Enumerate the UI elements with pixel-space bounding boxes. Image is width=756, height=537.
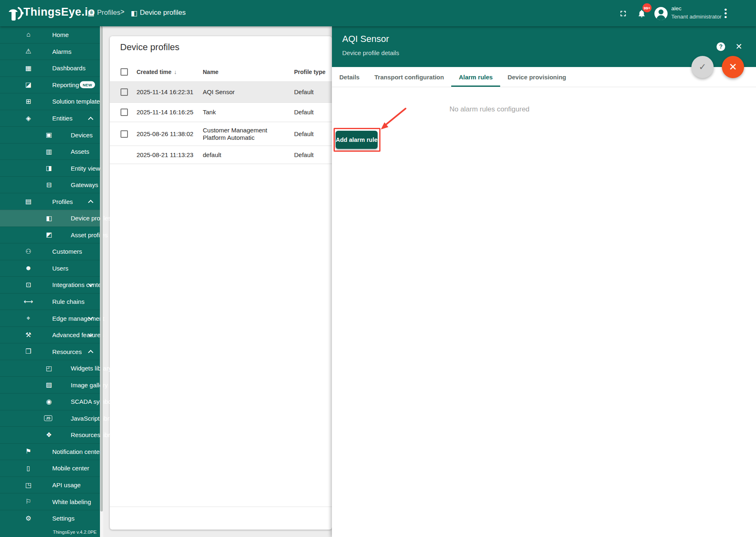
gateways-icon: ⊟: [44, 182, 54, 188]
sidebar-item-dashboards[interactable]: ▦Dashboards: [0, 60, 100, 76]
sidebar-item-rule-chains[interactable]: ⟷Rule chains: [0, 293, 100, 310]
profiles-icon: ▤: [23, 198, 33, 205]
chevron-up-icon: [88, 200, 93, 205]
chevron-up-icon: [88, 116, 93, 122]
close-icon: ✕: [729, 61, 737, 73]
device-profiles-card: Device profiles Created time↓ Name Profi…: [110, 36, 332, 530]
sidebar-item-api-usage[interactable]: ◳API usage: [0, 477, 100, 493]
sidebar-item-mobile-center[interactable]: ▯Mobile center: [0, 460, 100, 477]
kebab-menu-icon[interactable]: •••: [721, 8, 730, 19]
cell-name: Customer Management Platform Automatic: [203, 127, 294, 141]
users-icon: ☻: [23, 265, 33, 271]
sidebar-item-home[interactable]: ⌂Home: [0, 26, 100, 43]
discard-changes-fab[interactable]: ✕: [722, 56, 744, 78]
device-profile-details-panel: AQI Sensor Device profile details ? ✕ ✓ …: [332, 26, 756, 537]
sidebar-item-notification-center[interactable]: ⚑Notification center: [0, 443, 100, 460]
sidebar-item-resources[interactable]: ❒Resources: [0, 343, 100, 360]
sidebar-item-entities[interactable]: ◈Entities: [0, 110, 100, 127]
devices-icon: ▣: [44, 132, 54, 138]
fullscreen-icon[interactable]: [619, 9, 628, 18]
sidebar-item-devices[interactable]: ▣Devices: [0, 126, 100, 143]
advanced-features-icon: ⚒: [23, 332, 33, 338]
sidebar-item-users[interactable]: ☻Users: [0, 260, 100, 277]
table-header-row: Created time↓ Name Profile type: [110, 62, 332, 82]
device-profiles-breadcrumb-icon: ◧: [131, 9, 137, 18]
assets-icon: ▥: [44, 148, 54, 155]
sidebar-item-white-labeling[interactable]: ⚐White labeling: [0, 493, 100, 510]
panel-subtitle: Device profile details: [342, 49, 399, 56]
sidebar-item-profiles[interactable]: ▤Profiles: [0, 193, 100, 210]
integrations-icon: ⊡: [23, 282, 33, 288]
sidebar-item-reporting[interactable]: ◪ReportingNEW: [0, 76, 100, 93]
table-row[interactable]: 2025-11-14 16:16:25 Tank Default: [110, 103, 332, 122]
row-checkbox[interactable]: [121, 109, 128, 116]
resources-library-icon: ❖: [44, 432, 54, 438]
sidebar-item-entity-views[interactable]: ◨Entity views: [0, 160, 100, 176]
resources-icon: ❒: [23, 348, 33, 355]
row-checkbox[interactable]: [121, 88, 128, 96]
sidebar-item-edge-management[interactable]: ⌖Edge management: [0, 310, 100, 326]
device-profiles-icon: ◧: [44, 215, 54, 222]
notification-count-badge: 99+: [642, 3, 652, 12]
edge-management-icon: ⌖: [23, 315, 33, 322]
widgets-library-icon: ◰: [44, 365, 54, 372]
sidebar-item-device-profiles[interactable]: ◧Device profiles: [0, 210, 100, 227]
sidebar-item-image-gallery[interactable]: ▨Image gallery: [0, 376, 100, 393]
entity-views-icon: ◨: [44, 165, 54, 171]
app-logo[interactable]: [4, 3, 25, 23]
close-icon[interactable]: ✕: [735, 41, 742, 52]
app-version: ThingsEye v.4.2.0PE: [53, 530, 97, 535]
column-header-created-time[interactable]: Created time↓: [137, 69, 203, 75]
javascript-library-icon: JS: [44, 415, 52, 421]
table-row[interactable]: 2025-08-26 11:38:02 Customer Management …: [110, 122, 332, 146]
breadcrumb-profiles[interactable]: Profiles: [97, 9, 121, 17]
tab-device-provisioning[interactable]: Device provisioning: [500, 67, 574, 87]
sidebar-item-assets[interactable]: ▥Assets: [0, 143, 100, 160]
sidebar-item-asset-profiles[interactable]: ◩Asset profiles: [0, 227, 100, 243]
column-header-profile-type[interactable]: Profile type: [294, 69, 332, 75]
sidebar-item-advanced-features[interactable]: ⚒Advanced features: [0, 326, 100, 343]
user-avatar[interactable]: [654, 7, 668, 20]
add-alarm-rule-button[interactable]: Add alarm rule: [336, 131, 378, 149]
alarms-icon: ⚠: [23, 48, 33, 55]
top-bar: ThingsEye.io ▤ Profiles > ◧ Device profi…: [0, 0, 756, 26]
help-icon[interactable]: ?: [717, 42, 725, 51]
asset-profiles-icon: ◩: [44, 231, 54, 238]
check-icon: ✓: [699, 62, 706, 72]
annotation-arrow: [373, 100, 414, 137]
select-all-checkbox[interactable]: [121, 68, 128, 76]
sidebar-item-widgets-library[interactable]: ◰Widgets library: [0, 360, 100, 377]
chevron-up-icon: [88, 350, 93, 355]
sidebar-item-gateways[interactable]: ⊟Gateways: [0, 176, 100, 193]
sidebar-item-solution-templates[interactable]: ⊞Solution templates: [0, 93, 100, 110]
logo-icon: [4, 3, 25, 23]
app-title: ThingsEye.io: [23, 6, 95, 19]
sidebar-item-resources-library[interactable]: ❖Resources library: [0, 426, 100, 443]
cell-profile-type: Default: [294, 151, 332, 159]
profiles-breadcrumb-icon: ▤: [88, 9, 94, 18]
row-checkbox[interactable]: [121, 130, 128, 138]
sidebar-item-customers[interactable]: ⚇Customers: [0, 243, 100, 260]
sidebar-item-scada-symbols[interactable]: ◉SCADA symbols: [0, 393, 100, 410]
scada-symbols-icon: ◉: [44, 398, 54, 405]
sidebar-item-javascript-library[interactable]: JSJavaScript library: [0, 410, 100, 427]
sidebar-item-settings[interactable]: ⚙Settings: [0, 510, 100, 527]
entities-icon: ◈: [23, 115, 33, 122]
user-role: Tenant administrator: [671, 14, 721, 20]
sidebar-scrollbar[interactable]: [100, 26, 103, 537]
column-header-name[interactable]: Name: [203, 69, 294, 75]
apply-changes-fab[interactable]: ✓: [691, 56, 714, 78]
paginator-area: [110, 507, 332, 529]
sidebar-item-alarms[interactable]: ⚠Alarms: [0, 43, 100, 60]
sidebar-item-integrations-center[interactable]: ⊡Integrations center: [0, 276, 100, 293]
tab-alarm-rules[interactable]: Alarm rules: [451, 67, 500, 87]
tab-details[interactable]: Details: [332, 67, 367, 87]
new-badge: NEW: [80, 81, 95, 88]
sidebar: ⌂Home ⚠Alarms ▦Dashboards ◪ReportingNEW …: [0, 26, 100, 537]
cell-created-time: 2025-11-14 16:22:31: [137, 88, 203, 96]
table-row[interactable]: 2025-08-21 11:13:23 default Default: [110, 146, 332, 164]
breadcrumb-device-profiles[interactable]: Device profiles: [140, 9, 186, 17]
tab-transport-configuration[interactable]: Transport configuration: [367, 67, 451, 87]
scrollbar-thumb[interactable]: [100, 26, 103, 512]
table-row[interactable]: 2025-11-14 16:22:31 AQI Sensor Default: [110, 82, 332, 103]
